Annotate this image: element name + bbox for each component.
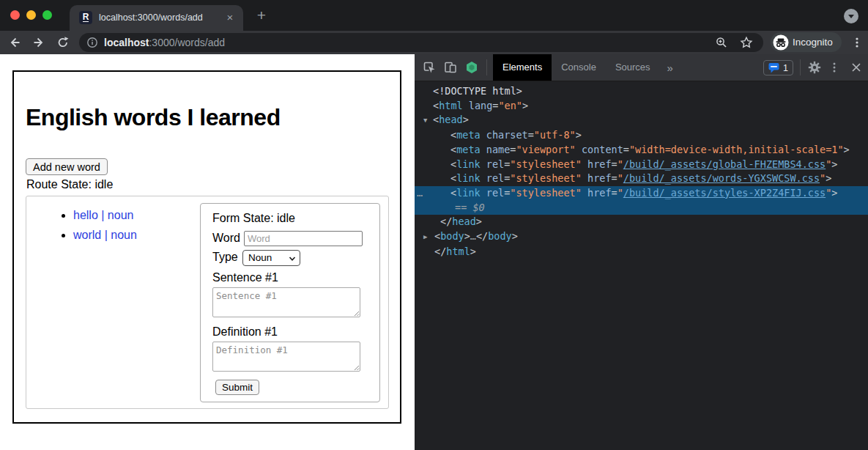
word-link-hello[interactable]: hello | noun bbox=[73, 209, 133, 221]
toolbar-divider bbox=[486, 59, 487, 75]
incognito-icon bbox=[773, 34, 789, 51]
address-bar[interactable]: localhost:3000/words/add bbox=[79, 33, 763, 52]
page-container: English words I learned Add new word Rou… bbox=[12, 70, 401, 424]
disclosure-triangle-icon[interactable]: ▶ bbox=[423, 230, 433, 245]
dom-tree-line[interactable]: <meta name="viewport" content="width=dev… bbox=[415, 143, 868, 158]
devtools-toolbar: Elements Console Sources » 1 bbox=[415, 54, 868, 81]
type-select[interactable]: Noun bbox=[242, 250, 300, 266]
settings-gear-icon[interactable] bbox=[808, 61, 821, 74]
window-controls bbox=[10, 10, 52, 20]
browser-window: R localhost:3000/words/add × + localhost… bbox=[0, 0, 868, 450]
inspect-element-icon[interactable] bbox=[423, 61, 436, 74]
page-info-icon[interactable] bbox=[86, 37, 98, 48]
dom-tree-line[interactable]: <link rel="stylesheet" href="/build/_ass… bbox=[415, 158, 868, 172]
incognito-badge: Incognito bbox=[771, 32, 842, 52]
web-page: English words I learned Add new word Rou… bbox=[0, 54, 415, 450]
tab-sources[interactable]: Sources bbox=[606, 54, 660, 81]
incognito-label: Incognito bbox=[793, 37, 833, 48]
add-new-word-button[interactable]: Add new word bbox=[26, 158, 108, 175]
extension-hexagon-icon[interactable] bbox=[465, 61, 478, 74]
words-panel: hello | noun world | noun Form State: id… bbox=[26, 196, 389, 409]
add-word-form: Form State: idle Word Type Noun Sentence… bbox=[200, 203, 380, 402]
tab-close-icon[interactable]: × bbox=[223, 11, 237, 24]
disclosure-triangle-icon[interactable]: ▼ bbox=[423, 114, 433, 128]
word-link-world[interactable]: world | noun bbox=[73, 229, 137, 241]
word-list: hello | noun world | noun bbox=[59, 209, 137, 248]
issues-counter[interactable]: 1 bbox=[763, 60, 793, 75]
definition-field-label: Definition #1 bbox=[212, 325, 278, 339]
dom-tree-line[interactable]: <link rel="stylesheet" href="/build/_ass… bbox=[415, 171, 868, 186]
form-state-text: Form State: idle bbox=[212, 212, 295, 225]
sentence-textarea[interactable] bbox=[212, 287, 360, 317]
devtools-code: <!DOCTYPE html><html lang="en">▼<head><m… bbox=[415, 81, 868, 450]
word-field-label: Word bbox=[212, 232, 240, 245]
issues-count: 1 bbox=[783, 63, 788, 73]
dom-tree-line[interactable]: == $0 bbox=[415, 201, 868, 215]
dom-tree-line[interactable]: ▶<body>…</body> bbox=[415, 229, 868, 245]
dom-tree-line[interactable]: …<link rel="stylesheet" href="/build/_as… bbox=[415, 186, 868, 201]
bookmark-star-icon[interactable] bbox=[740, 36, 753, 49]
dom-tree-line[interactable]: ▼<head> bbox=[415, 113, 868, 128]
definition-textarea[interactable] bbox=[212, 342, 360, 372]
devtools-panel: Elements Console Sources » 1 bbox=[415, 54, 868, 450]
chevron-down-icon bbox=[289, 255, 296, 262]
line-gutter-ellipsis-icon[interactable]: … bbox=[417, 186, 423, 201]
type-select-value: Noun bbox=[248, 252, 272, 263]
sentence-field-label: Sentence #1 bbox=[212, 271, 278, 284]
minimize-window-button[interactable] bbox=[26, 10, 36, 20]
device-toolbar-icon[interactable] bbox=[444, 61, 457, 74]
browser-toolbar: localhost:3000/words/add Incognito bbox=[0, 31, 868, 54]
tab-search-button[interactable] bbox=[844, 9, 858, 23]
more-tabs-icon[interactable]: » bbox=[667, 62, 673, 74]
list-item: world | noun bbox=[73, 229, 137, 242]
tab-console[interactable]: Console bbox=[552, 54, 606, 81]
back-icon[interactable] bbox=[8, 36, 21, 49]
tab-elements[interactable]: Elements bbox=[493, 54, 552, 81]
forward-icon[interactable] bbox=[32, 36, 45, 49]
dom-tree-line[interactable]: </html> bbox=[415, 245, 868, 259]
list-item: hello | noun bbox=[73, 209, 137, 222]
type-field-label: Type bbox=[212, 251, 238, 264]
devtools-menu-icon[interactable] bbox=[828, 61, 841, 74]
new-tab-button[interactable]: + bbox=[253, 7, 270, 23]
close-window-button[interactable] bbox=[10, 10, 20, 20]
route-state-text: Route State: idle bbox=[26, 178, 113, 191]
word-input[interactable] bbox=[244, 231, 363, 246]
zoom-window-button[interactable] bbox=[42, 10, 52, 20]
reload-icon[interactable] bbox=[56, 36, 70, 49]
page-title: English words I learned bbox=[26, 104, 281, 131]
url-text: localhost:3000/words/add bbox=[104, 37, 225, 48]
toolbar-divider bbox=[800, 59, 801, 75]
remix-favicon-icon: R bbox=[79, 11, 92, 24]
tab-title: localhost:3000/words/add bbox=[99, 12, 203, 23]
dom-tree-line[interactable]: <html lang="en"> bbox=[415, 99, 868, 114]
tab-strip: R localhost:3000/words/add × + bbox=[0, 0, 868, 31]
zoom-page-icon[interactable] bbox=[715, 36, 728, 49]
submit-button[interactable]: Submit bbox=[215, 380, 259, 395]
devtools-close-icon[interactable] bbox=[850, 61, 863, 74]
browser-menu-icon[interactable] bbox=[850, 36, 864, 49]
dom-tree-line[interactable]: </head> bbox=[415, 215, 868, 229]
browser-tab[interactable]: R localhost:3000/words/add × bbox=[70, 5, 243, 31]
dom-tree-line[interactable]: <!DOCTYPE html> bbox=[415, 84, 868, 99]
issues-bubble-icon bbox=[768, 62, 779, 73]
dom-tree-line[interactable]: <meta charset="utf-8"> bbox=[415, 128, 868, 143]
